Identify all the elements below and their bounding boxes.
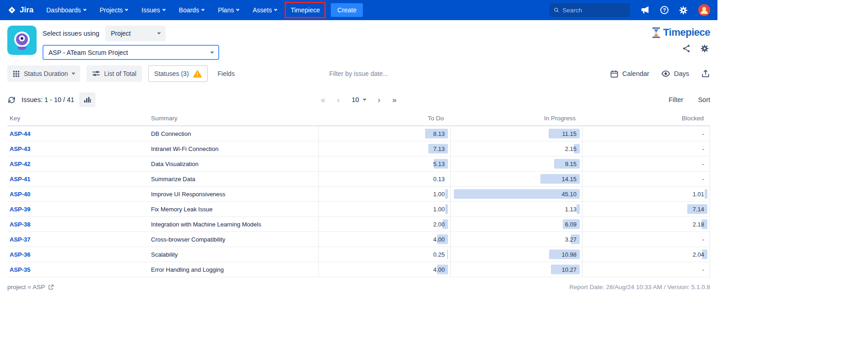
todo-cell: 8.13 [318, 126, 450, 141]
key-cell: ASP-36 [7, 247, 150, 262]
blocked-cell: 7.14 [582, 202, 710, 216]
calendar-view-button[interactable]: Calendar [610, 70, 649, 78]
issue-source-fields: Select issues using Project ASP - ATeam … [43, 26, 219, 60]
duration-value: - [702, 145, 704, 152]
issue-key-link[interactable]: ASP-42 [10, 161, 31, 167]
nav-item-label: Dashboards [46, 6, 81, 14]
issue-key-link[interactable]: ASP-37 [10, 236, 31, 243]
summary-cell: DB Connection [150, 126, 318, 141]
calendar-label: Calendar [622, 70, 649, 77]
days-view-button[interactable]: Days [661, 70, 689, 78]
blocked-cell: 2.18 [582, 217, 710, 231]
prev-page-button[interactable]: ‹ [337, 96, 340, 104]
duration-value: 1.01 [693, 191, 704, 198]
help-button[interactable]: ? [660, 6, 669, 14]
jql-query-link[interactable]: project = ASP [7, 284, 54, 290]
issue-date-filter[interactable]: Filter by issue date... [329, 70, 388, 77]
report-date-version: Report Date: 28/Aug/24 10:33 AM / Versio… [569, 284, 710, 290]
next-page-button[interactable]: › [378, 96, 381, 104]
issue-key-link[interactable]: ASP-35 [10, 266, 31, 273]
project-select[interactable]: ASP - ATeam Scrum Project [43, 45, 219, 60]
nav-item-dashboards[interactable]: Dashboards [46, 6, 86, 14]
announcements-button[interactable] [640, 5, 650, 15]
duration-value: 2.15 [565, 145, 577, 152]
blocked-cell: - [582, 232, 710, 247]
todo-cell: 2.00 [318, 217, 450, 231]
statuses-button[interactable]: Statuses (3) [148, 65, 207, 82]
main-nav: Dashboards Projects Issues Boards Plans … [46, 6, 320, 14]
global-search[interactable] [550, 3, 630, 17]
jira-logo-icon [7, 5, 16, 15]
duration-value: 11.15 [562, 130, 577, 137]
last-page-button[interactable]: » [392, 96, 396, 104]
issues-bar: Issues: 1 - 10 / 41 « ‹ 10 › » Filter So… [0, 88, 717, 110]
summary-cell: Scalability [150, 247, 318, 262]
jira-logo[interactable]: Jira [7, 5, 33, 15]
duration-value: 2.00 [433, 221, 445, 228]
duration-value: 7.14 [693, 206, 704, 213]
project-select-value: ASP - ATeam Scrum Project [49, 49, 128, 56]
key-cell: ASP-41 [7, 172, 150, 186]
gear-icon [700, 44, 709, 53]
export-button[interactable] [701, 69, 710, 78]
issue-key-link[interactable]: ASP-43 [10, 145, 31, 152]
issue-key-link[interactable]: ASP-44 [10, 130, 31, 137]
share-button[interactable] [682, 44, 691, 53]
report-settings-button[interactable] [700, 44, 709, 53]
issue-key-link[interactable]: ASP-39 [10, 206, 31, 213]
issue-source-select[interactable]: Project [105, 26, 166, 41]
page-size-select[interactable]: 10 [351, 96, 366, 103]
calendar-icon [610, 70, 619, 78]
duration-value: - [702, 130, 704, 137]
duration-bar [447, 250, 448, 259]
fields-button[interactable]: Fields [214, 70, 238, 77]
issue-key-link[interactable]: ASP-41 [10, 176, 31, 183]
table-row: ASP-42 Data Visualization 5.13 9.15 - [7, 156, 710, 172]
nav-item-projects[interactable]: Projects [100, 6, 128, 14]
nav-item-assets[interactable]: Assets [253, 6, 277, 14]
todo-cell: 1.00 [318, 202, 450, 216]
duration-table: Key Summary To Do In Progress Blocked AS… [7, 111, 710, 277]
key-cell: ASP-44 [7, 126, 150, 141]
share-icon [682, 44, 691, 53]
duration-bar [577, 204, 580, 214]
nav-item-boards[interactable]: Boards [179, 6, 204, 14]
filter-button[interactable]: Filter [669, 96, 683, 103]
chart-view-button[interactable] [80, 93, 95, 107]
todo-cell: 1.00 [318, 187, 450, 201]
nav-item-timepiece[interactable]: Timepiece [291, 6, 320, 14]
duration-value: 10.98 [561, 251, 577, 258]
issue-key-link[interactable]: ASP-38 [10, 221, 31, 228]
report-header: Select issues using Project ASP - ATeam … [0, 20, 717, 63]
list-mode-button[interactable]: List of Total [86, 65, 142, 82]
table-body: ASP-44 DB Connection 8.13 11.15 - ASP-43… [7, 126, 710, 277]
duration-value: 45.10 [561, 191, 577, 198]
key-cell: ASP-38 [7, 217, 150, 231]
issue-key-link[interactable]: ASP-40 [10, 191, 31, 198]
toolbar-right: Calendar Days [610, 69, 710, 78]
duration-value: 2.18 [693, 221, 704, 228]
table-row: ASP-37 Cross-browser Compatibility 4.00 … [7, 232, 710, 247]
duration-bar [445, 204, 448, 214]
view-mode-button[interactable]: Status Duration [7, 65, 80, 82]
report-header-left: Select issues using Project ASP - ATeam … [7, 26, 219, 60]
sort-button[interactable]: Sort [698, 96, 710, 103]
view-mode-label: Status Duration [24, 70, 68, 77]
first-page-button[interactable]: « [321, 96, 325, 104]
refresh-button[interactable] [7, 96, 16, 104]
blocked-cell: - [582, 156, 710, 171]
issue-key-link[interactable]: ASP-36 [10, 251, 31, 258]
create-button[interactable]: Create [331, 3, 363, 17]
navbar-right: ? [550, 3, 710, 17]
profile-button[interactable] [698, 4, 710, 16]
help-icon: ? [660, 6, 669, 14]
settings-button[interactable] [679, 5, 688, 15]
chevron-down-icon [274, 8, 277, 11]
nav-item-issues[interactable]: Issues [141, 6, 165, 14]
duration-value: 1.00 [433, 206, 445, 213]
blocked-cell: - [582, 141, 710, 156]
todo-cell: 5.13 [318, 156, 450, 171]
table-row: ASP-44 DB Connection 8.13 11.15 - [7, 126, 710, 141]
search-input[interactable] [562, 7, 626, 14]
nav-item-plans[interactable]: Plans [218, 6, 239, 14]
